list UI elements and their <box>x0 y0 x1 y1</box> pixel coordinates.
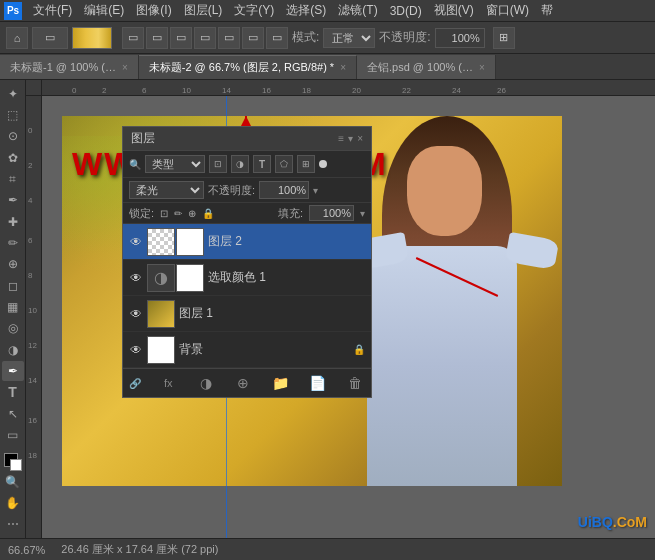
tab-close-3[interactable]: × <box>479 62 485 73</box>
crop-tool[interactable]: ⌗ <box>2 169 24 188</box>
fx-btn[interactable]: fx <box>158 373 178 393</box>
filter-shape-btn[interactable]: ⬠ <box>275 155 293 173</box>
menu-image[interactable]: 图像(I) <box>131 0 176 21</box>
filter-pixel-btn[interactable]: ⊡ <box>209 155 227 173</box>
opacity-row-input[interactable] <box>259 181 309 199</box>
fill-input[interactable] <box>309 205 354 221</box>
blur-tool[interactable]: ◎ <box>2 319 24 338</box>
menu-select[interactable]: 选择(S) <box>281 0 331 21</box>
blend-mode-select[interactable]: 柔光 <box>129 181 204 199</box>
layer-item-selectcolor[interactable]: 👁 ◑ 选取颜色 1 <box>123 260 371 296</box>
layer-item-2[interactable]: 👁 图层 2 <box>123 224 371 260</box>
canvas-area[interactable]: 0 2 6 10 14 16 18 20 22 24 26 0 2 4 6 8 … <box>26 80 655 538</box>
tab-untitled1[interactable]: 未标题-1 @ 100% (… × <box>0 55 139 79</box>
layers-panel-header: 图层 ≡ ▾ × <box>123 127 371 151</box>
menu-edit[interactable]: 编辑(E) <box>79 0 129 21</box>
menu-3d[interactable]: 3D(D) <box>385 2 427 20</box>
lock-pixels-btn[interactable]: ⊡ <box>160 208 168 219</box>
tools-panel: ✦ ⬚ ⊙ ✿ ⌗ ✒ ✚ ✏ ⊕ ◻ ▦ ◎ ◑ ✒ T ↖ ▭ 🔍 ✋ ⋯ <box>0 80 26 538</box>
tab-close-2[interactable]: × <box>340 62 346 73</box>
menu-file[interactable]: 文件(F) <box>28 0 77 21</box>
panel-collapse-btn[interactable]: ▾ <box>348 133 353 144</box>
selectcolor-visibility[interactable]: 👁 <box>129 271 143 285</box>
filter-text-btn[interactable]: T <box>253 155 271 173</box>
shape-tool[interactable]: ▭ <box>2 425 24 444</box>
ruler-vertical: 0 2 4 6 8 10 12 14 16 18 <box>26 96 42 538</box>
layer-item-bg[interactable]: 👁 背景 🔒 <box>123 332 371 368</box>
gradient-tool[interactable]: ▦ <box>2 297 24 316</box>
eraser-tool[interactable]: ◻ <box>2 276 24 295</box>
panel-menu-btn[interactable]: ≡ <box>338 133 344 144</box>
layer-2-thumbnails <box>147 228 204 256</box>
filter-type-select[interactable]: 类型 <box>145 155 205 173</box>
menubar: Ps 文件(F) 编辑(E) 图像(I) 图层(L) 文字(Y) 选择(S) 滤… <box>0 0 655 22</box>
tab-untitled2[interactable]: 未标题-2 @ 66.7% (图层 2, RGB/8#) * × <box>139 55 357 79</box>
selectcolor-mask-thumb <box>176 264 204 292</box>
dodge-tool[interactable]: ◑ <box>2 340 24 359</box>
link-btn[interactable]: 🔗 <box>129 378 141 389</box>
marquee-tool[interactable]: ⬚ <box>2 105 24 124</box>
align-btn-5[interactable]: ▭ <box>218 27 240 49</box>
new-layer-btn[interactable]: 📄 <box>308 373 328 393</box>
rect-tool-btn[interactable]: ▭ <box>32 27 68 49</box>
layer-item-1[interactable]: 👁 图层 1 <box>123 296 371 332</box>
lock-position-btn[interactable]: ✏ <box>174 208 182 219</box>
export-btn[interactable]: ⊞ <box>493 27 515 49</box>
more-tools[interactable]: ⋯ <box>2 515 24 534</box>
hand-tool[interactable]: ✋ <box>2 493 24 512</box>
layer-2-visibility[interactable]: 👁 <box>129 235 143 249</box>
fg-bg-colors[interactable] <box>2 451 24 470</box>
brush-tool[interactable]: ✏ <box>2 233 24 252</box>
filter-smart-btn[interactable]: ⊞ <box>297 155 315 173</box>
pen-tool[interactable]: ✒ <box>2 361 24 380</box>
fill-chevron[interactable]: ▾ <box>360 208 365 219</box>
mode-label: 模式: <box>292 29 319 46</box>
layers-search-row: 🔍 类型 ⊡ ◑ T ⬠ ⊞ <box>123 151 371 178</box>
tab-close-1[interactable]: × <box>122 62 128 73</box>
align-btn-2[interactable]: ▭ <box>146 27 168 49</box>
lasso-tool[interactable]: ⊙ <box>2 127 24 146</box>
add-mask-btn[interactable]: ◑ <box>196 373 216 393</box>
layers-bottom-toolbar: 🔗 fx ◑ ⊕ 📁 📄 🗑 <box>123 368 371 397</box>
zoom-tool[interactable]: 🔍 <box>2 472 24 491</box>
text-tool[interactable]: T <box>2 383 24 402</box>
align-btn-7[interactable]: ▭ <box>266 27 288 49</box>
watermark-part2: .CoM <box>613 514 647 530</box>
magic-wand-tool[interactable]: ✿ <box>2 148 24 167</box>
heal-tool[interactable]: ✚ <box>2 212 24 231</box>
path-select-tool[interactable]: ↖ <box>2 404 24 423</box>
opacity-input[interactable] <box>435 28 485 48</box>
filter-adjust-btn[interactable]: ◑ <box>231 155 249 173</box>
menu-layer[interactable]: 图层(L) <box>179 0 228 21</box>
panel-close-btn[interactable]: × <box>357 133 363 144</box>
mode-select[interactable]: 正常 <box>323 28 375 48</box>
eyedropper-tool[interactable]: ✒ <box>2 191 24 210</box>
menu-window[interactable]: 窗口(W) <box>481 0 534 21</box>
delete-layer-btn[interactable]: 🗑 <box>345 373 365 393</box>
align-btn-1[interactable]: ▭ <box>122 27 144 49</box>
layer-2-content-thumb <box>147 228 175 256</box>
menu-filter[interactable]: 滤镜(T) <box>333 0 382 21</box>
color-swatch[interactable] <box>72 27 112 49</box>
tab-jinlv[interactable]: 全铝.psd @ 100% (… × <box>357 55 496 79</box>
move-tool[interactable]: ✦ <box>2 84 24 103</box>
align-btn-6[interactable]: ▭ <box>242 27 264 49</box>
ruler-corner <box>26 80 42 96</box>
ruler-horizontal: 0 2 6 10 14 16 18 20 22 24 26 <box>42 80 655 96</box>
layer-1-visibility[interactable]: 👁 <box>129 307 143 321</box>
new-group-btn[interactable]: 📁 <box>270 373 290 393</box>
align-btn-3[interactable]: ▭ <box>170 27 192 49</box>
selectcolor-thumbnails: ◑ <box>147 264 204 292</box>
lock-artboard-btn[interactable]: ⊕ <box>188 208 196 219</box>
bg-visibility[interactable]: 👁 <box>129 343 143 357</box>
clone-tool[interactable]: ⊕ <box>2 255 24 274</box>
home-button[interactable]: ⌂ <box>6 27 28 49</box>
menu-help[interactable]: 帮 <box>536 0 558 21</box>
menu-view[interactable]: 视图(V) <box>429 0 479 21</box>
panel-controls: ≡ ▾ × <box>338 133 363 144</box>
opacity-chevron[interactable]: ▾ <box>313 185 318 196</box>
lock-all-btn[interactable]: 🔒 <box>202 208 214 219</box>
menu-text[interactable]: 文字(Y) <box>229 0 279 21</box>
new-adjustment-btn[interactable]: ⊕ <box>233 373 253 393</box>
align-btn-4[interactable]: ▭ <box>194 27 216 49</box>
